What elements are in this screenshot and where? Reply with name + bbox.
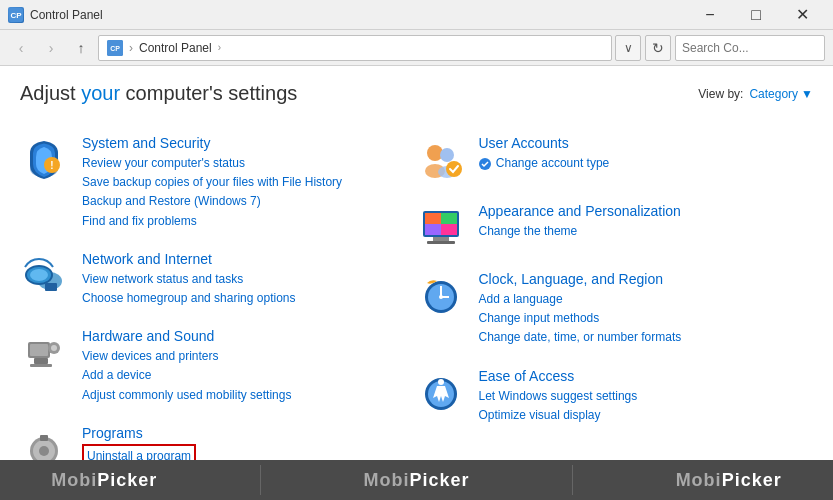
clock-language-link-2[interactable]: Change date, time, or number formats	[479, 328, 804, 347]
watermark-1-picker: Picker	[97, 470, 157, 490]
viewby-value-text: Category	[749, 87, 798, 101]
category-hardware-sound: Hardware and Sound View devices and prin…	[20, 318, 417, 415]
ease-access-link-1[interactable]: Optimize visual display	[479, 406, 804, 425]
address-separator: ›	[129, 41, 133, 55]
svg-rect-13	[30, 344, 48, 356]
watermark-sep-1	[260, 465, 261, 495]
titlebar-controls: − □ ✕	[687, 0, 825, 30]
back-button[interactable]: ‹	[8, 35, 34, 61]
svg-rect-21	[40, 435, 48, 441]
ease-access-icon	[417, 368, 465, 416]
system-security-link-3[interactable]: Find and fix problems	[82, 212, 407, 231]
svg-point-27	[446, 161, 462, 177]
svg-point-24	[440, 148, 454, 162]
watermark-3-mobi: Mobi	[676, 470, 722, 490]
system-security-link-1[interactable]: Save backup copies of your files with Fi…	[82, 173, 407, 192]
clock-language-icon	[417, 271, 465, 319]
ease-access-title[interactable]: Ease of Access	[479, 368, 804, 384]
up-button[interactable]: ↑	[68, 35, 94, 61]
close-button[interactable]: ✕	[779, 0, 825, 30]
network-internet-title[interactable]: Network and Internet	[82, 251, 407, 267]
hardware-sound-link-1[interactable]: Add a device	[82, 366, 407, 385]
svg-text:CP: CP	[10, 11, 22, 20]
svg-rect-33	[425, 224, 441, 235]
page-title-end: computer's settings	[120, 82, 297, 104]
category-network-internet: Network and Internet View network status…	[20, 241, 417, 318]
system-security-link-0[interactable]: Review your computer's status	[82, 154, 407, 173]
hardware-sound-icon	[20, 328, 68, 376]
svg-rect-32	[441, 213, 457, 224]
watermark: MobiPicker MobiPicker MobiPicker	[0, 460, 833, 500]
hardware-sound-title[interactable]: Hardware and Sound	[82, 328, 407, 344]
network-internet-icon	[20, 251, 68, 299]
watermark-2-picker: Picker	[409, 470, 469, 490]
system-security-icon: !	[20, 135, 68, 183]
svg-rect-17	[30, 364, 52, 367]
svg-rect-31	[425, 213, 441, 224]
page-title: Adjust your computer's settings	[20, 82, 297, 105]
user-accounts-icon	[417, 135, 465, 183]
search-box: 🔍	[675, 35, 825, 61]
watermark-2-mobi: Mobi	[363, 470, 409, 490]
titlebar-icon: CP	[8, 7, 24, 23]
left-column: ! System and Security Review your comput…	[20, 125, 417, 483]
categories-grid: ! System and Security Review your comput…	[20, 125, 813, 483]
user-accounts-title[interactable]: User Accounts	[479, 135, 804, 151]
network-internet-link-1[interactable]: Choose homegroup and sharing options	[82, 289, 407, 308]
user-accounts-text: User Accounts Change account type	[479, 135, 804, 173]
svg-text:!: !	[50, 160, 53, 171]
svg-rect-35	[433, 237, 449, 241]
svg-point-44	[438, 379, 444, 385]
viewby-label: View by:	[698, 87, 743, 101]
viewby-arrow-icon: ▼	[801, 87, 813, 101]
watermark-1: MobiPicker	[51, 470, 157, 491]
clock-language-link-0[interactable]: Add a language	[479, 290, 804, 309]
svg-text:CP: CP	[110, 45, 120, 52]
titlebar-title: Control Panel	[30, 8, 687, 22]
navbar: ‹ › ↑ CP › Control Panel › ∨ ↻ 🔍	[0, 30, 833, 66]
programs-title[interactable]: Programs	[82, 425, 407, 441]
page-title-start: Adjust	[20, 82, 81, 104]
main-content: Adjust your computer's settings View by:…	[0, 66, 833, 500]
address-breadcrumb: Control Panel	[139, 41, 212, 55]
page-title-highlight: your	[81, 82, 120, 104]
clock-language-title[interactable]: Clock, Language, and Region	[479, 271, 804, 287]
clock-language-text: Clock, Language, and Region Add a langua…	[479, 271, 804, 348]
refresh-button[interactable]: ↻	[645, 35, 671, 61]
titlebar: CP Control Panel − □ ✕	[0, 0, 833, 30]
svg-point-10	[30, 269, 48, 281]
svg-point-20	[39, 446, 49, 456]
network-internet-text: Network and Internet View network status…	[82, 251, 407, 308]
svg-rect-36	[427, 241, 455, 244]
system-security-title[interactable]: System and Security	[82, 135, 407, 151]
address-dropdown[interactable]: ∨	[615, 35, 641, 61]
address-dropdown-arrow: ›	[218, 42, 221, 53]
appearance-title[interactable]: Appearance and Personalization	[479, 203, 804, 219]
viewby-control: View by: Category ▼	[698, 87, 813, 101]
appearance-text: Appearance and Personalization Change th…	[479, 203, 804, 241]
watermark-2: MobiPicker	[363, 470, 469, 491]
network-internet-link-0[interactable]: View network status and tasks	[82, 270, 407, 289]
category-clock-language: Clock, Language, and Region Add a langua…	[417, 261, 814, 358]
maximize-button[interactable]: □	[733, 0, 779, 30]
user-accounts-link-0[interactable]: Change account type	[479, 154, 804, 173]
watermark-3-picker: Picker	[722, 470, 782, 490]
clock-language-link-1[interactable]: Change input methods	[479, 309, 804, 328]
content-header: Adjust your computer's settings View by:…	[20, 82, 813, 105]
minimize-button[interactable]: −	[687, 0, 733, 30]
hardware-sound-link-2[interactable]: Adjust commonly used mobility settings	[82, 386, 407, 405]
system-security-link-2[interactable]: Backup and Restore (Windows 7)	[82, 192, 407, 211]
hardware-sound-link-0[interactable]: View devices and printers	[82, 347, 407, 366]
forward-button[interactable]: ›	[38, 35, 64, 61]
appearance-icon	[417, 203, 465, 251]
viewby-dropdown[interactable]: Category ▼	[749, 87, 813, 101]
hardware-sound-text: Hardware and Sound View devices and prin…	[82, 328, 407, 405]
search-input[interactable]	[682, 41, 832, 55]
ease-access-text: Ease of Access Let Windows suggest setti…	[479, 368, 804, 425]
appearance-link-0[interactable]: Change the theme	[479, 222, 804, 241]
svg-rect-34	[441, 224, 457, 235]
watermark-3: MobiPicker	[676, 470, 782, 491]
address-bar: CP › Control Panel ›	[98, 35, 612, 61]
system-security-text: System and Security Review your computer…	[82, 135, 407, 231]
ease-access-link-0[interactable]: Let Windows suggest settings	[479, 387, 804, 406]
